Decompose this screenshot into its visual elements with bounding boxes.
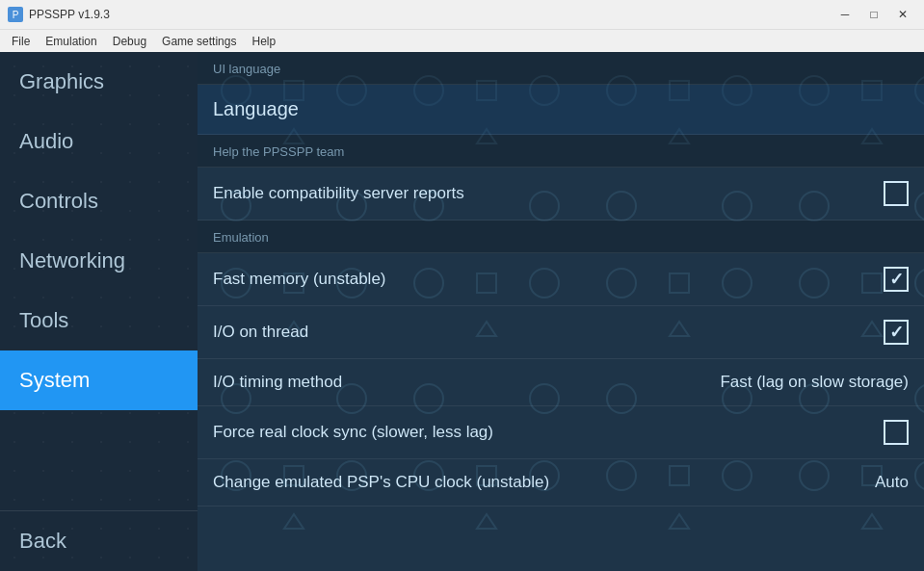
help-team-section-header: Help the PPSSPP team [198,135,924,168]
force-clock-checkbox[interactable] [884,420,909,445]
menu-debug[interactable]: Debug [105,33,154,50]
fast-memory-checkbox[interactable] [884,267,909,292]
close-button[interactable]: ✕ [889,5,916,24]
menu-bar: File Emulation Debug Game settings Help [0,29,924,52]
sidebar: Graphics Audio Controls Networking Tools… [0,52,198,571]
io-thread-checkbox[interactable] [884,320,909,345]
title-bar-controls: ─ □ ✕ [832,5,916,24]
menu-game-settings[interactable]: Game settings [154,33,244,50]
sidebar-item-audio[interactable]: Audio [0,112,198,171]
io-timing-row[interactable]: I/O timing method Fast (lag on slow stor… [198,359,924,406]
fast-memory-row[interactable]: Fast memory (unstable) [198,253,924,306]
sidebar-item-networking[interactable]: Networking [0,231,198,291]
sidebar-item-tools[interactable]: Tools [0,291,198,350]
compat-reports-checkbox[interactable] [884,181,909,206]
maximize-button[interactable]: □ [860,5,887,24]
menu-file[interactable]: File [4,33,38,50]
title-bar: P PPSSPP v1.9.3 ─ □ ✕ [0,0,924,29]
sidebar-item-controls[interactable]: Controls [0,171,198,231]
sidebar-item-graphics[interactable]: Graphics [0,52,198,112]
main-content: Graphics Audio Controls Networking Tools… [0,52,924,571]
force-clock-row[interactable]: Force real clock sync (slower, less lag) [198,406,924,459]
menu-emulation[interactable]: Emulation [38,33,104,50]
menu-help[interactable]: Help [244,33,283,50]
cpu-clock-row[interactable]: Change emulated PSP's CPU clock (unstabl… [198,459,924,506]
right-panel: UI language Language Help the PPSSPP tea… [198,52,924,571]
minimize-button[interactable]: ─ [832,5,858,24]
ui-language-section-header: UI language [198,52,924,85]
app-title: PPSSPP v1.9.3 [29,8,110,21]
language-row[interactable]: Language [198,85,924,135]
sidebar-item-back[interactable]: Back [0,510,198,571]
emulation-section-header: Emulation [198,221,924,253]
title-bar-left: P PPSSPP v1.9.3 [8,7,110,22]
sidebar-item-system[interactable]: System [0,350,198,410]
io-thread-row[interactable]: I/O on thread [198,306,924,359]
compat-reports-row[interactable]: Enable compatibility server reports [198,168,924,221]
app-icon: P [8,7,23,22]
